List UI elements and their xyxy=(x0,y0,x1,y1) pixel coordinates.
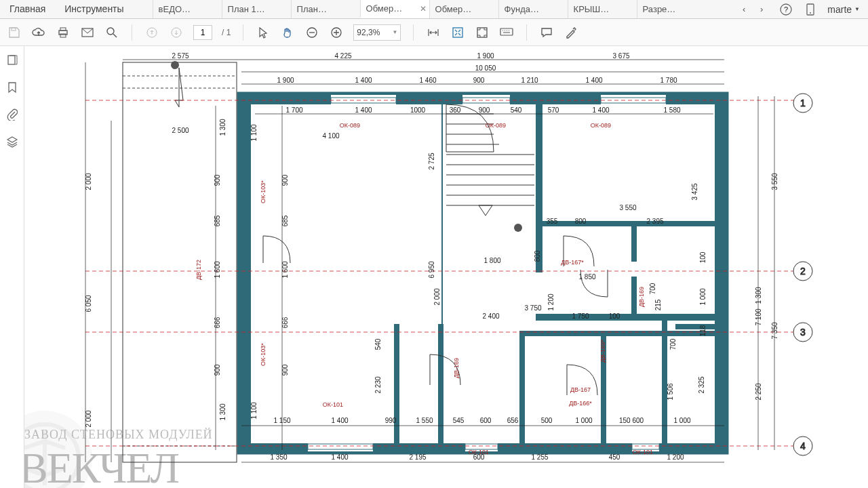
svg-text:1 900: 1 900 xyxy=(277,77,294,84)
svg-rect-27 xyxy=(536,96,542,272)
save-icon[interactable] xyxy=(7,25,22,40)
pointer-icon[interactable] xyxy=(256,25,271,40)
svg-rect-35 xyxy=(519,331,525,446)
svg-text:2 575: 2 575 xyxy=(172,52,189,60)
svg-text:1 780: 1 780 xyxy=(660,77,677,84)
doc-tab[interactable]: План… xyxy=(291,0,360,18)
fit-page-icon[interactable] xyxy=(450,25,465,40)
doc-tab[interactable]: КРЫШ… xyxy=(568,0,637,18)
svg-text:ДВ-169: ДВ-169 xyxy=(638,287,645,307)
drawing-canvas[interactable]: ЗАВОД СТЕНОВЫХ МОДУЛЕЙ ВЕКЧЕЛ 420 x 297 … xyxy=(24,46,868,488)
svg-text:150 600: 150 600 xyxy=(619,417,644,424)
svg-text:10 050: 10 050 xyxy=(475,64,496,72)
svg-text:ОК-101: ОК-101 xyxy=(323,401,343,408)
svg-text:685: 685 xyxy=(214,215,221,226)
zoom-out-icon[interactable] xyxy=(304,25,319,40)
help-icon[interactable]: ? xyxy=(778,2,793,17)
svg-text:1 460: 1 460 xyxy=(419,77,436,84)
doc-tab[interactable]: Фунда… xyxy=(498,0,568,18)
mail-icon[interactable] xyxy=(80,25,95,40)
hand-icon[interactable] xyxy=(280,25,295,40)
svg-text:666: 666 xyxy=(281,317,289,328)
tab-bar: Главная Инструменты вЕДО… План 1… План… … xyxy=(0,0,868,19)
svg-text:1 300: 1 300 xyxy=(219,403,226,420)
svg-rect-21 xyxy=(241,96,251,450)
device-icon[interactable] xyxy=(803,2,818,17)
pencil-icon[interactable] xyxy=(564,25,578,40)
svg-text:1 900: 1 900 xyxy=(477,52,494,60)
svg-text:1 200: 1 200 xyxy=(547,293,555,310)
svg-text:215: 215 xyxy=(654,299,662,310)
doc-tab-active[interactable]: Обмер…✕ xyxy=(360,0,429,18)
fullscreen-icon[interactable] xyxy=(475,25,490,40)
svg-text:4 100: 4 100 xyxy=(322,132,339,140)
svg-text:1 100: 1 100 xyxy=(250,402,258,419)
svg-text:ДВ-169: ДВ-169 xyxy=(453,358,460,378)
page-number-input[interactable] xyxy=(193,25,212,40)
zoom-in-icon[interactable] xyxy=(329,25,344,40)
svg-point-68 xyxy=(514,224,522,232)
svg-marker-55 xyxy=(175,68,183,107)
svg-point-56 xyxy=(171,61,179,69)
svg-text:2 230: 2 230 xyxy=(374,376,382,393)
svg-text:2 250: 2 250 xyxy=(755,383,762,400)
page-total: / 1 xyxy=(222,28,231,37)
svg-text:2 325: 2 325 xyxy=(698,376,705,393)
keyboard-icon[interactable] xyxy=(499,25,514,40)
svg-text:900: 900 xyxy=(281,174,289,186)
svg-text:2 195: 2 195 xyxy=(409,453,426,461)
close-icon[interactable]: ✕ xyxy=(420,4,427,14)
svg-text:2 500: 2 500 xyxy=(172,127,189,134)
svg-text:450: 450 xyxy=(609,453,620,461)
svg-text:900: 900 xyxy=(473,77,485,84)
svg-rect-32 xyxy=(519,331,724,336)
svg-text:666: 666 xyxy=(214,317,221,328)
attachment-panel-icon[interactable] xyxy=(5,107,20,122)
toolbar: / 1 92,3%▼ xyxy=(0,19,868,46)
fit-width-icon[interactable] xyxy=(426,25,441,40)
svg-rect-34 xyxy=(438,324,443,446)
print-icon[interactable] xyxy=(56,25,71,40)
svg-text:7 350: 7 350 xyxy=(771,322,778,339)
svg-text:900: 900 xyxy=(214,174,221,186)
cloud-icon[interactable] xyxy=(31,25,46,40)
svg-text:500: 500 xyxy=(541,417,553,424)
svg-text:685: 685 xyxy=(281,215,289,226)
zoom-select[interactable]: 92,3%▼ xyxy=(353,24,401,41)
doc-tab[interactable]: вЕДО… xyxy=(153,0,222,18)
svg-text:1 350: 1 350 xyxy=(270,453,287,461)
prev-tab-icon[interactable]: ‹ xyxy=(736,2,751,17)
svg-text:540: 540 xyxy=(374,338,382,350)
svg-text:600: 600 xyxy=(480,417,492,424)
bookmark-panel-icon[interactable] xyxy=(5,80,20,95)
next-tab-icon[interactable]: › xyxy=(754,2,769,17)
doc-tab[interactable]: План 1… xyxy=(222,0,291,18)
doc-tab[interactable]: Разре… xyxy=(637,0,706,18)
search-icon[interactable] xyxy=(104,25,119,40)
layers-panel-icon[interactable] xyxy=(5,134,20,149)
page-up-icon[interactable] xyxy=(144,25,159,40)
svg-text:4: 4 xyxy=(800,441,806,451)
svg-rect-30 xyxy=(631,221,637,262)
svg-text:1 400: 1 400 xyxy=(355,77,372,84)
svg-text:360: 360 xyxy=(450,106,461,114)
svg-text:700: 700 xyxy=(669,338,677,350)
svg-text:2 000: 2 000 xyxy=(433,288,441,305)
tab-home[interactable]: Главная xyxy=(0,0,55,18)
comment-icon[interactable] xyxy=(539,25,554,40)
svg-text:1 300: 1 300 xyxy=(219,119,226,136)
pages-panel-icon[interactable] xyxy=(5,53,20,68)
svg-rect-17 xyxy=(8,56,15,64)
doc-tab[interactable]: Обмер… xyxy=(429,0,498,18)
svg-text:ОК-101: ОК-101 xyxy=(633,449,653,455)
svg-text:1: 1 xyxy=(800,98,806,108)
svg-text:1 400: 1 400 xyxy=(331,417,348,424)
page-down-icon[interactable] xyxy=(169,25,184,40)
svg-text:1 550: 1 550 xyxy=(416,417,433,424)
user-menu[interactable]: marte▼ xyxy=(827,4,860,15)
svg-text:1 400: 1 400 xyxy=(592,106,609,114)
svg-text:1 000: 1 000 xyxy=(575,417,592,424)
tab-tools[interactable]: Инструменты xyxy=(55,0,133,18)
floor-plan-svg: 1 2 3 4 2 575 4 225 xyxy=(24,46,868,488)
svg-text:656: 656 xyxy=(507,417,519,424)
